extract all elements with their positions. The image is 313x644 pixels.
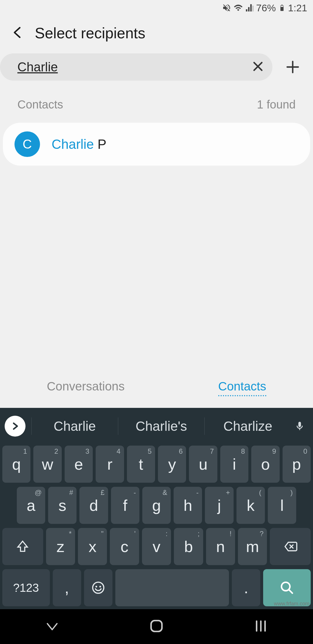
nav-bar bbox=[0, 609, 313, 644]
space-key[interactable] bbox=[115, 569, 229, 606]
key-o[interactable]: o9 bbox=[251, 446, 279, 483]
tab-conversations[interactable]: Conversations bbox=[47, 379, 124, 396]
key-x[interactable]: x" bbox=[78, 528, 107, 565]
shift-key[interactable] bbox=[2, 528, 43, 565]
keyboard: Charlie Charlie's Charlize q1w2e3r4t5y6u… bbox=[0, 408, 313, 609]
avatar: C bbox=[14, 131, 40, 157]
key-e[interactable]: e3 bbox=[65, 446, 93, 483]
section-label: Contacts bbox=[17, 98, 63, 111]
svg-point-3 bbox=[95, 586, 97, 587]
wifi-icon bbox=[234, 3, 243, 12]
search-field[interactable]: Charlie bbox=[0, 53, 272, 81]
key-k[interactable]: k( bbox=[236, 487, 265, 524]
key-d[interactable]: d£ bbox=[79, 487, 108, 524]
period-key[interactable]: . bbox=[232, 569, 260, 606]
key-l[interactable]: l) bbox=[268, 487, 296, 524]
key-c[interactable]: c' bbox=[110, 528, 139, 565]
search-row: Charlie bbox=[0, 53, 313, 92]
add-button[interactable] bbox=[278, 60, 307, 74]
key-g[interactable]: g& bbox=[142, 487, 171, 524]
key-q[interactable]: q1 bbox=[2, 446, 30, 483]
nav-home[interactable] bbox=[149, 619, 164, 634]
svg-rect-6 bbox=[151, 621, 162, 632]
contact-row[interactable]: C Charlie P bbox=[3, 123, 310, 166]
svg-rect-0 bbox=[252, 6, 254, 12]
clear-search-button[interactable] bbox=[252, 61, 264, 73]
key-r[interactable]: r4 bbox=[96, 446, 124, 483]
header: Select recipients bbox=[0, 16, 313, 53]
key-f[interactable]: f- bbox=[111, 487, 139, 524]
nav-recents[interactable] bbox=[254, 619, 268, 634]
key-z[interactable]: z* bbox=[46, 528, 75, 565]
nav-back[interactable] bbox=[45, 619, 59, 634]
key-row-4: ?123 , . bbox=[2, 569, 311, 606]
contact-name: Charlie P bbox=[52, 136, 106, 152]
suggestion-row: Charlie Charlie's Charlize bbox=[2, 411, 311, 442]
count-label: 1 found bbox=[257, 98, 296, 111]
key-row-2: a@s#d£f-g&h-j+k(l) bbox=[2, 487, 311, 524]
key-row-3: z*x"c'v:b;n!m? bbox=[2, 528, 311, 565]
suggestion-3[interactable]: Charlize bbox=[204, 417, 291, 435]
battery-text: 76% bbox=[256, 2, 276, 14]
key-j[interactable]: j+ bbox=[205, 487, 233, 524]
mute-icon bbox=[222, 3, 231, 12]
tab-contacts[interactable]: Contacts bbox=[218, 379, 266, 396]
key-h[interactable]: h- bbox=[174, 487, 202, 524]
back-button[interactable] bbox=[12, 24, 23, 42]
comma-key[interactable]: , bbox=[53, 569, 81, 606]
key-w[interactable]: w2 bbox=[33, 446, 61, 483]
clock-text: 1:21 bbox=[288, 2, 307, 14]
svg-point-2 bbox=[93, 582, 104, 593]
watermark: www.frfam.com bbox=[274, 601, 310, 607]
svg-rect-1 bbox=[281, 6, 283, 7]
mic-button[interactable] bbox=[291, 419, 308, 433]
key-m[interactable]: m? bbox=[238, 528, 267, 565]
key-y[interactable]: y6 bbox=[158, 446, 186, 483]
key-u[interactable]: u7 bbox=[189, 446, 217, 483]
page-title: Select recipients bbox=[35, 24, 145, 42]
symbols-key[interactable]: ?123 bbox=[2, 569, 50, 606]
spacer bbox=[0, 171, 313, 371]
suggestion-1[interactable]: Charlie bbox=[31, 417, 118, 435]
svg-point-4 bbox=[99, 586, 101, 587]
expand-suggestions-button[interactable] bbox=[5, 416, 26, 437]
key-p[interactable]: p0 bbox=[283, 446, 311, 483]
key-b[interactable]: b; bbox=[174, 528, 203, 565]
key-i[interactable]: i8 bbox=[220, 446, 248, 483]
key-s[interactable]: s# bbox=[48, 487, 77, 524]
search-input[interactable]: Charlie bbox=[17, 60, 252, 74]
key-n[interactable]: n! bbox=[206, 528, 235, 565]
tabs: Conversations Contacts bbox=[0, 371, 313, 408]
key-v[interactable]: v: bbox=[142, 528, 171, 565]
results-meta: Contacts 1 found bbox=[0, 92, 313, 117]
status-bar: 76% 1:21 bbox=[0, 0, 313, 16]
battery-icon bbox=[278, 3, 286, 13]
key-row-1: q1w2e3r4t5y6u7i8o9p0 bbox=[2, 446, 311, 483]
key-t[interactable]: t5 bbox=[127, 446, 155, 483]
suggestion-2[interactable]: Charlie's bbox=[118, 417, 205, 435]
signal-icon bbox=[245, 3, 254, 12]
backspace-key[interactable] bbox=[270, 528, 311, 565]
emoji-key[interactable] bbox=[84, 569, 112, 606]
key-a[interactable]: a@ bbox=[17, 487, 45, 524]
